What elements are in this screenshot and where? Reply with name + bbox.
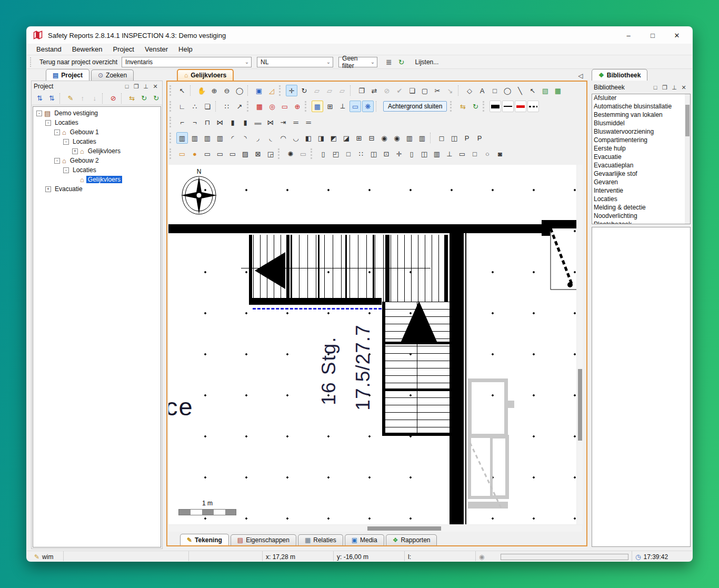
tab-eigenschappen[interactable]: ▤Eigenschappen: [231, 534, 296, 545]
line-style-dashed-swatch[interactable]: [527, 101, 539, 112]
marker-rect-icon[interactable]: ▭: [279, 101, 291, 112]
maximize-panel-button[interactable]: □: [651, 84, 660, 91]
fridge-icon[interactable]: ▯: [317, 148, 329, 160]
swap-background-icon[interactable]: ⇆: [457, 101, 468, 112]
snap-selection-icon[interactable]: ∴: [189, 101, 201, 112]
spot-icon[interactable]: ⊡: [381, 148, 392, 160]
float-panel-button[interactable]: ❐: [660, 84, 670, 91]
stairs-exit-left-icon[interactable]: ▥: [404, 132, 415, 144]
bath-icon[interactable]: ▭: [456, 148, 468, 160]
move-up-icon[interactable]: ↑: [77, 93, 88, 104]
door-single-right-icon[interactable]: ¬: [189, 116, 201, 128]
library-item-gevaarlijke-stof[interactable]: Gevaarlijke stof: [592, 170, 690, 178]
approve-disabled-icon[interactable]: ✔: [394, 85, 405, 96]
parallel-wall-a-icon[interactable]: ═: [290, 116, 302, 128]
open-drawing-icon[interactable]: ❏: [406, 85, 418, 96]
worktop-icon[interactable]: □: [343, 148, 354, 160]
tab-bibliotheek[interactable]: ❖ Bibliotheek: [592, 69, 647, 81]
library-item-automatische-blusinstallatie[interactable]: Automatische blusinstallatie: [592, 103, 690, 111]
measure-bar-icon[interactable]: ▭: [349, 101, 361, 112]
cabinet-double-icon[interactable]: ◫: [418, 148, 430, 160]
collapse-icon[interactable]: -: [36, 111, 42, 116]
image-tool-icon[interactable]: ▧: [540, 85, 551, 96]
pin-panel-button[interactable]: ⊥: [670, 84, 679, 91]
stairs-straight-tool-icon[interactable]: ▥: [176, 132, 188, 144]
grid-size-icon[interactable]: ⊞: [324, 101, 336, 112]
door-folding-icon[interactable]: ⋈: [214, 116, 226, 128]
select-tool-icon[interactable]: ↖: [176, 85, 188, 96]
polygon-tool-icon[interactable]: ◇: [464, 85, 475, 96]
stairs-curved-6-icon[interactable]: ◡: [290, 132, 302, 144]
door-single-left-icon[interactable]: ⌐: [176, 116, 188, 128]
line-tool-icon[interactable]: ╲: [514, 85, 526, 96]
library-item-evacuatie[interactable]: Evacuatie: [592, 153, 690, 162]
tab-tekening[interactable]: ✎Tekening: [180, 534, 229, 545]
menu-bewerken[interactable]: Bewerken: [67, 44, 108, 54]
back-to-project-overview-button[interactable]: Terug naar project overzicht: [35, 57, 122, 67]
window-frame-icon[interactable]: ▭: [176, 148, 188, 160]
tree-item-evacuatie[interactable]: +Evacuatie: [33, 184, 161, 194]
dimension-arrow-icon[interactable]: ⇥: [277, 116, 289, 128]
stairs-landing-6-icon[interactable]: ⊟: [366, 132, 377, 144]
move-down-icon[interactable]: ↓: [89, 93, 100, 104]
tree-item-gelijkvloers[interactable]: ⌂Gelijkvloers: [33, 175, 161, 184]
library-item-bluswatervoorziening[interactable]: Bluswatervoorziening: [592, 128, 690, 136]
tab-media[interactable]: ▣Media: [345, 534, 384, 545]
library-item-melding-detectie[interactable]: Melding & detectie: [592, 204, 690, 212]
tree-item-locaties[interactable]: -Locaties: [33, 165, 161, 175]
close-panel-button[interactable]: ✕: [679, 84, 688, 91]
fixture-cross-icon[interactable]: ✛: [393, 148, 405, 160]
snap-endpoint-icon[interactable]: ∟: [176, 101, 188, 112]
line-style-thick-swatch[interactable]: [490, 101, 501, 112]
menu-project[interactable]: Project: [108, 44, 139, 54]
tab-rapporten[interactable]: ❖Rapporten: [386, 534, 437, 545]
floorplan-canvas[interactable]: N: [168, 165, 576, 524]
stairs-spiral-2-icon[interactable]: ◉: [391, 132, 403, 144]
maximize-button[interactable]: □: [641, 27, 665, 44]
rectangle-tool-icon[interactable]: □: [489, 85, 501, 96]
stove-icon[interactable]: ◰: [330, 148, 342, 160]
corner-area-icon[interactable]: ◲: [265, 148, 276, 160]
window-double-icon[interactable]: ◫: [368, 148, 380, 160]
stairs-curved-1-icon[interactable]: ◜: [227, 132, 238, 144]
stairs-curved-5-icon[interactable]: ◠: [277, 132, 289, 144]
outline-disabled-icon[interactable]: ▱: [336, 85, 348, 96]
cabinet-icon[interactable]: ▯: [406, 148, 417, 160]
reload-background-icon[interactable]: ↻: [470, 101, 481, 112]
pin-panel-button[interactable]: ⊥: [141, 83, 151, 90]
marker-ellipse-icon[interactable]: ◎: [266, 101, 278, 112]
stairs-spiral-1-icon[interactable]: ◉: [378, 132, 390, 144]
expand-icon[interactable]: +: [72, 148, 78, 154]
close-button[interactable]: ✕: [665, 27, 689, 44]
collapse-icon[interactable]: -: [63, 167, 69, 173]
horizontal-scrollbar[interactable]: [168, 525, 582, 532]
scrollbar-thumb[interactable]: [578, 369, 582, 441]
library-item-eerste-hulp[interactable]: Eerste hulp: [592, 145, 690, 153]
stairs-exit-right-icon[interactable]: ▥: [416, 132, 428, 144]
stairs-ramp-left-icon[interactable]: ▥: [202, 132, 213, 144]
parallel-wall-b-icon[interactable]: ═: [303, 116, 314, 128]
stretch-disabled-icon[interactable]: ↘: [444, 85, 456, 96]
library-item-gevaren[interactable]: Gevaren: [592, 178, 690, 187]
refresh-icon[interactable]: ↻: [151, 93, 162, 104]
library-item-interventie[interactable]: Interventie: [592, 187, 690, 195]
zoom-out-icon[interactable]: ⊖: [221, 85, 233, 96]
ellipse-tool-icon[interactable]: ◯: [502, 85, 513, 96]
window-bowtie-icon[interactable]: ⋈: [265, 116, 276, 128]
rename-icon[interactable]: ✎: [65, 93, 76, 104]
duplicate-icon[interactable]: ❐: [356, 85, 367, 96]
tab-relaties[interactable]: ▦Relaties: [298, 534, 343, 545]
arrow-tool-icon[interactable]: ↖: [527, 85, 538, 96]
tree-item-locaties[interactable]: -Locaties: [33, 118, 161, 127]
lamp-icon[interactable]: ●: [189, 148, 201, 160]
tree-item-gebouw-2[interactable]: -⌂Gebouw 2: [33, 156, 161, 165]
library-item-locaties[interactable]: Locaties: [592, 195, 690, 204]
window-tilt-icon[interactable]: ▭: [227, 148, 238, 160]
window-right-icon[interactable]: ▭: [214, 148, 226, 160]
zoom-window-icon[interactable]: ◯: [234, 85, 245, 96]
marker-target-icon[interactable]: ⊕: [292, 101, 303, 112]
library-item-blusmiddel[interactable]: Blusmiddel: [592, 119, 690, 128]
elevator-p2-icon[interactable]: P: [474, 132, 485, 144]
stairs-curved-2-icon[interactable]: ◝: [239, 132, 251, 144]
block-disabled-icon[interactable]: ⊘: [381, 85, 393, 96]
